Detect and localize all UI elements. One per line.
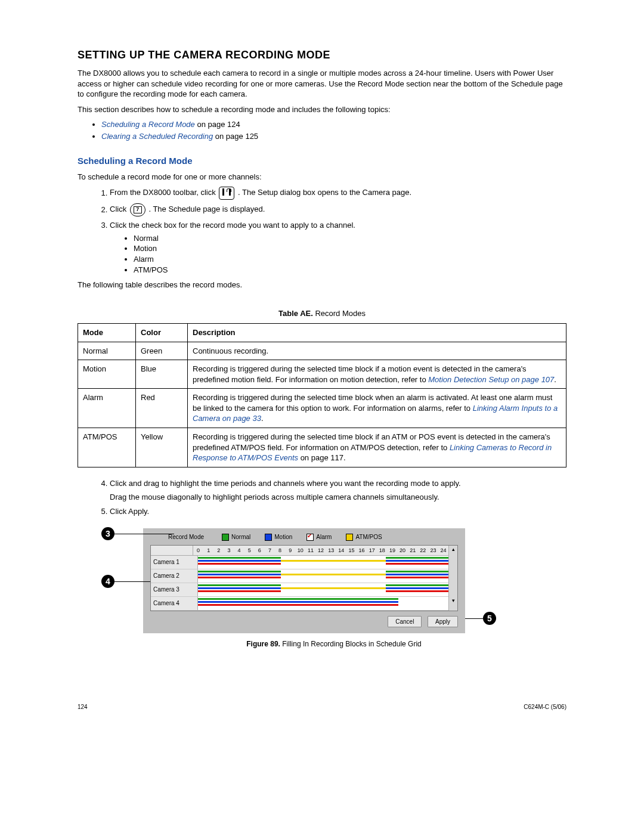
record-mode-label: Record Mode bbox=[168, 533, 204, 541]
step-3: Click the check box for the record mode … bbox=[110, 220, 566, 275]
mode-alarm: Alarm bbox=[134, 254, 566, 265]
checkbox-atmpos[interactable]: ATM/POS bbox=[346, 533, 382, 541]
mode-sublist: Normal Motion Alarm ATM/POS bbox=[110, 233, 566, 275]
camera-label: Camera 3 bbox=[151, 583, 198, 596]
mode-atmpos: ATM/POS bbox=[134, 265, 566, 275]
step-2: Click 7 . The Schedule page is displayed… bbox=[110, 203, 566, 216]
tick-label: 11 bbox=[305, 546, 315, 555]
tick-label: 12 bbox=[316, 546, 326, 555]
link-scheduling-record-mode[interactable]: Scheduling a Record Mode bbox=[101, 120, 195, 129]
tick-label: 1 bbox=[203, 546, 213, 555]
tick-label: 13 bbox=[326, 546, 336, 555]
th-mode: Mode bbox=[78, 324, 136, 342]
tick-label: 2 bbox=[213, 546, 224, 555]
table-row: ATM/POS Yellow Recording is triggered du… bbox=[78, 428, 566, 467]
topic-list: Scheduling a Record Mode on page 124 Cle… bbox=[78, 119, 566, 141]
steps-list: From the DX8000 toolbar, click . The Set… bbox=[78, 187, 566, 275]
schedule-page-icon: 7 bbox=[130, 203, 145, 216]
figure-89: 3 4 5 Record Mode Normal Motion ✔Alarm A… bbox=[101, 528, 566, 649]
tick-label: 0 bbox=[193, 546, 203, 555]
topic1-tail: on page 124 bbox=[195, 120, 240, 129]
tick-label: 18 bbox=[377, 546, 387, 555]
schedule-grid[interactable]: 0123456789101112131415161718192021222324… bbox=[150, 545, 458, 611]
steps-list-continued: Click and drag to highlight the time per… bbox=[78, 478, 566, 517]
intro-paragraph-1: The DX8000 allows you to schedule each c… bbox=[78, 68, 566, 100]
tick-label: 9 bbox=[285, 546, 295, 555]
tick-label: 19 bbox=[387, 546, 397, 555]
apply-button[interactable]: Apply bbox=[428, 616, 458, 628]
tick-label: 8 bbox=[275, 546, 285, 555]
tick-label: 6 bbox=[255, 546, 265, 555]
camera-label: Camera 4 bbox=[151, 597, 198, 610]
tick-label: 5 bbox=[244, 546, 255, 555]
step-1: From the DX8000 toolbar, click . The Set… bbox=[110, 187, 566, 200]
callout-4: 4 bbox=[101, 575, 114, 588]
tick-label: 10 bbox=[295, 546, 305, 555]
camera-label: Camera 1 bbox=[151, 556, 198, 569]
checkbox-alarm[interactable]: ✔Alarm bbox=[306, 533, 332, 541]
record-modes-table: Mode Color Description Normal Green Cont… bbox=[78, 323, 566, 467]
figure-caption: Figure 89. Filling In Recording Blocks i… bbox=[101, 639, 566, 649]
tick-label: 17 bbox=[367, 546, 377, 555]
tick-label: 4 bbox=[234, 546, 244, 555]
tick-label: 24 bbox=[438, 546, 448, 555]
tick-label: 23 bbox=[428, 546, 438, 555]
tick-label: 16 bbox=[357, 546, 367, 555]
setup-toolbar-icon bbox=[219, 187, 234, 200]
callout-3: 3 bbox=[101, 527, 114, 540]
tick-label: 3 bbox=[224, 546, 234, 555]
scrollbar-down-icon[interactable]: ▾ bbox=[448, 597, 457, 611]
table-row: Alarm Red Recording is triggered during … bbox=[78, 389, 566, 428]
step-5: Click Apply. bbox=[110, 506, 566, 517]
document-id: C624M-C (5/06) bbox=[524, 703, 566, 711]
topic2-tail: on page 125 bbox=[213, 132, 258, 141]
schedule-panel: Record Mode Normal Motion ✔Alarm ATM/POS… bbox=[143, 528, 465, 633]
tick-label: 15 bbox=[346, 546, 357, 555]
page-footer: 124 C624M-C (5/06) bbox=[78, 703, 566, 711]
checkbox-motion[interactable]: Motion bbox=[265, 533, 292, 541]
link-clearing-scheduled-recording[interactable]: Clearing a Scheduled Recording bbox=[101, 132, 213, 141]
section-scheduling-heading: Scheduling a Record Mode bbox=[78, 155, 566, 167]
cancel-button[interactable]: Cancel bbox=[388, 616, 422, 628]
page-title: SETTING UP THE CAMERA RECORDING MODE bbox=[78, 48, 566, 62]
table-row: Motion Blue Recording is triggered durin… bbox=[78, 360, 566, 389]
tick-label: 21 bbox=[408, 546, 418, 555]
checkbox-normal[interactable]: Normal bbox=[222, 533, 250, 541]
table-row: Normal Green Continuous recording. bbox=[78, 342, 566, 360]
step-4: Click and drag to highlight the time per… bbox=[110, 478, 566, 503]
tick-label: 14 bbox=[336, 546, 346, 555]
intro-paragraph-2: This section describes how to schedule a… bbox=[78, 104, 566, 115]
th-description: Description bbox=[188, 324, 566, 342]
page-number: 124 bbox=[78, 703, 88, 711]
tick-label: 7 bbox=[265, 546, 275, 555]
table-lead: The following table describes the record… bbox=[78, 280, 566, 290]
callout-5: 5 bbox=[483, 612, 496, 625]
record-mode-legend: Record Mode Normal Motion ✔Alarm ATM/POS bbox=[168, 533, 458, 541]
table-title: Table AE. Record Modes bbox=[78, 308, 566, 319]
scrollbar-up-icon[interactable]: ▴ bbox=[448, 546, 457, 556]
mode-normal: Normal bbox=[134, 233, 566, 244]
tick-label: 20 bbox=[398, 546, 408, 555]
link-motion-detection[interactable]: Motion Detection Setup on page 107 bbox=[428, 375, 554, 384]
tick-label: 22 bbox=[418, 546, 428, 555]
mode-motion: Motion bbox=[134, 243, 566, 254]
section-scheduling-lead: To schedule a record mode for one or mor… bbox=[78, 172, 566, 182]
th-color: Color bbox=[136, 324, 188, 342]
camera-label: Camera 2 bbox=[151, 569, 198, 583]
